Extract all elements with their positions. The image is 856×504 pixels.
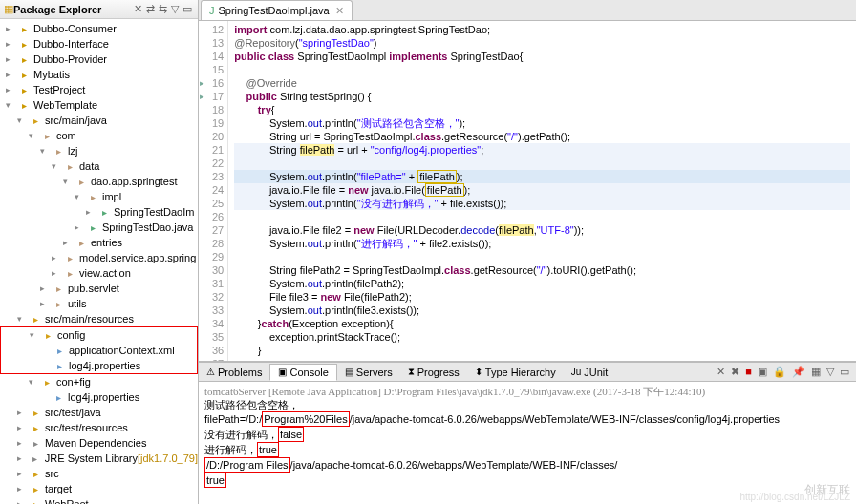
terminate-icon[interactable]: ■ bbox=[745, 366, 752, 378]
tree-node[interactable]: ▸▸entries bbox=[0, 235, 198, 250]
min-icon[interactable]: ▭ bbox=[182, 3, 192, 15]
tree-node[interactable]: ▾▸src/main/resources bbox=[0, 311, 198, 326]
tree-node[interactable]: ▸▸Maven Dependencies bbox=[0, 435, 198, 451]
code-area[interactable]: import com.lzj.data.dao.app.springtest.S… bbox=[228, 21, 856, 361]
tree-node[interactable]: ▸applicationContext.xml bbox=[1, 343, 197, 358]
console-toolbar: ✕ ✖ ■ ▣ 🔒 📌 ▦ ▽ ▭ bbox=[714, 366, 856, 378]
menu-icon[interactable]: ▽ bbox=[171, 3, 179, 15]
bottom-tabbar: ⚠Problems▣Console▤Servers⧗Progress⬍Type … bbox=[199, 363, 856, 382]
tree-node[interactable]: ▾▸WebTemplate bbox=[0, 97, 198, 113]
console-header: tomcat6Server [Remote Java Application] … bbox=[204, 385, 850, 398]
java-file-icon: J bbox=[209, 5, 215, 16]
bottom-tab-servers[interactable]: ▤Servers bbox=[337, 365, 400, 380]
link-icon[interactable]: ⇆ bbox=[159, 3, 167, 15]
tree-node[interactable]: ▾▸dao.app.springtest bbox=[0, 174, 198, 189]
close-icon[interactable]: ✕ bbox=[134, 3, 142, 15]
tree-node[interactable]: ▸▸Dubbo-Interface bbox=[0, 36, 198, 52]
tree-node[interactable]: ▸log4j.properties bbox=[0, 389, 198, 405]
tree-node[interactable]: ▾▸data bbox=[0, 158, 198, 174]
panel-title: Package Explorer bbox=[13, 4, 101, 15]
clear-icon[interactable]: ▣ bbox=[758, 366, 767, 378]
display-icon[interactable]: ▦ bbox=[811, 366, 821, 378]
bottom-tab-junit[interactable]: JuJUnit bbox=[564, 365, 616, 380]
line-numbers: 12131415▸16▸1718192021222324252627282930… bbox=[199, 21, 228, 361]
remove-all-icon[interactable]: ✖ bbox=[731, 366, 739, 378]
tree-node[interactable]: ▸▸src/test/java bbox=[0, 405, 198, 420]
bottom-tab-console[interactable]: ▣Console bbox=[269, 364, 336, 381]
tree-node[interactable]: ▸▸view.action bbox=[0, 265, 198, 281]
package-explorer-icon: ▦ bbox=[4, 3, 13, 15]
bottom-tab-type-hierarchy[interactable]: ⬍Type Hierarchy bbox=[467, 365, 564, 380]
panel-header: ▦ Package Explorer ✕ ⇄ ⇆ ▽ ▭ bbox=[0, 0, 198, 19]
tree-node[interactable]: ▸▸SpringTestDaoIm bbox=[0, 204, 198, 220]
scroll-lock-icon[interactable]: 🔒 bbox=[773, 366, 786, 378]
tree-node[interactable]: ▸▸src bbox=[0, 466, 198, 481]
collapse-icon[interactable]: ⇄ bbox=[146, 3, 155, 15]
remove-icon[interactable]: ✕ bbox=[717, 366, 725, 378]
editor-tab[interactable]: J SpringTestDaoImpl.java ✕ bbox=[201, 0, 353, 20]
watermark-url: http://blog.csdn.net/LZJLZ bbox=[739, 492, 850, 502]
tree-node[interactable]: ▾▸impl bbox=[0, 189, 198, 204]
tree-node[interactable]: ▸▸Mybatis bbox=[0, 67, 198, 82]
tree-node[interactable]: ▸▸src/test/resources bbox=[0, 420, 198, 435]
tree-node[interactable]: ▸▸pub.servlet bbox=[0, 281, 198, 296]
close-tab-icon[interactable]: ✕ bbox=[335, 5, 344, 17]
tree-node[interactable]: ▾▸com bbox=[0, 128, 198, 143]
editor-tab-label: SpringTestDaoImpl.java bbox=[219, 5, 330, 16]
project-tree[interactable]: ▸▸Dubbo-Consumer▸▸Dubbo-Interface▸▸Dubbo… bbox=[0, 19, 198, 504]
console-output[interactable]: tomcat6Server [Remote Java Application] … bbox=[199, 382, 856, 504]
bottom-tab-progress[interactable]: ⧗Progress bbox=[400, 365, 467, 380]
tree-node[interactable]: ▾▸lzj bbox=[0, 143, 198, 158]
tree-node[interactable]: ▸▸SpringTestDao.java bbox=[0, 220, 198, 235]
tree-node[interactable]: ▾▸src/main/java bbox=[0, 113, 198, 128]
tree-node[interactable]: ▸▸WebRoot bbox=[0, 496, 198, 504]
tree-node[interactable]: ▾▸con+fig bbox=[0, 374, 198, 389]
code-editor[interactable]: 12131415▸16▸1718192021222324252627282930… bbox=[199, 21, 856, 361]
tree-node[interactable]: ▸▸target bbox=[0, 481, 198, 496]
main-area: J SpringTestDaoImpl.java ✕ 12131415▸16▸1… bbox=[199, 0, 856, 504]
tree-node[interactable]: ▸log4j.properties bbox=[1, 358, 197, 373]
menu-icon[interactable]: ▽ bbox=[826, 366, 834, 378]
bottom-panel: ⚠Problems▣Console▤Servers⧗Progress⬍Type … bbox=[199, 361, 856, 504]
tree-node[interactable]: ▸▸Dubbo-Provider bbox=[0, 52, 198, 67]
tree-node[interactable]: ▸▸model.service.app.spring bbox=[0, 250, 198, 265]
package-explorer-panel: ▦ Package Explorer ✕ ⇄ ⇆ ▽ ▭ ▸▸Dubbo-Con… bbox=[0, 0, 199, 504]
tree-node[interactable]: ▸▸Dubbo-Consumer bbox=[0, 21, 198, 36]
tree-node[interactable]: ▸▸utils bbox=[0, 296, 198, 311]
editor-tabbar: J SpringTestDaoImpl.java ✕ bbox=[199, 0, 856, 21]
tree-node[interactable]: ▾▸config bbox=[1, 327, 197, 343]
tree-node[interactable]: ▸▸TestProject bbox=[0, 82, 198, 97]
tree-node[interactable]: ▸▸JRE System Library [jdk1.7.0_79] bbox=[0, 451, 198, 466]
min-icon[interactable]: ▭ bbox=[840, 366, 849, 378]
pin-icon[interactable]: 📌 bbox=[792, 366, 805, 378]
bottom-tab-problems[interactable]: ⚠Problems bbox=[199, 365, 269, 380]
